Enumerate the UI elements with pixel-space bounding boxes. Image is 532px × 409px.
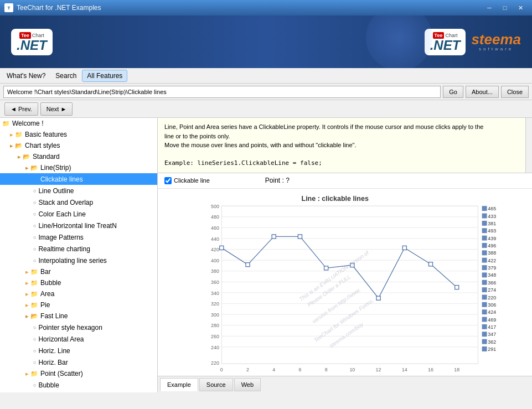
sidebar-label-8: Color Each Line	[38, 209, 85, 219]
info-line3: Move the mouse over lines and points, wi…	[164, 141, 525, 150]
menu-search[interactable]: Search	[51, 70, 81, 81]
legend-color-8	[482, 257, 487, 262]
menu-all-features[interactable]: All Features	[82, 70, 127, 82]
sidebar-label-20: Horiz. Line	[38, 346, 70, 356]
svg-text:12: 12	[376, 366, 381, 372]
legend-val-7: 388	[488, 250, 496, 256]
bottom-tabs: Example Source Web	[158, 376, 532, 392]
info-line1: Line, Point and Area series have a Click…	[164, 122, 525, 132]
sidebar-item-12[interactable]: ○Interpolating line series	[0, 255, 157, 266]
data-point[interactable]	[272, 234, 276, 238]
sidebar-item-19[interactable]: ○Horizontal Area	[0, 333, 157, 345]
svg-text:480: 480	[211, 214, 219, 220]
svg-text:340: 340	[211, 290, 219, 296]
legend-val-2: 433	[488, 213, 496, 219]
about-button[interactable]: About...	[466, 86, 499, 98]
menu-whats-new[interactable]: What's New?	[2, 70, 50, 81]
info-line4	[164, 150, 525, 159]
sidebar-label-9: Line/Horizontal line TreatN	[38, 221, 116, 231]
svg-text:320: 320	[211, 301, 219, 307]
legend-color-16	[482, 317, 487, 322]
sidebar-item-1[interactable]: ▸ 📁Basic features	[0, 129, 157, 140]
legend-color-10	[482, 272, 487, 277]
info-scrollbar[interactable]	[525, 118, 532, 173]
data-point[interactable]	[428, 262, 432, 266]
svg-text:240: 240	[211, 344, 219, 350]
svg-text:14: 14	[402, 366, 407, 372]
sidebar-item-3[interactable]: ▸ 📂Standard	[0, 151, 157, 162]
prev-button[interactable]: ◄ Prev.	[4, 102, 38, 116]
sidebar-item-10[interactable]: ○Image Patterns	[0, 231, 157, 243]
minimize-button[interactable]: ─	[482, 2, 497, 13]
svg-text:6: 6	[298, 366, 301, 372]
legend-color-17	[482, 324, 487, 329]
steema-logo: steema software	[471, 32, 521, 51]
sidebar-item-21[interactable]: ○Horiz. Bar	[0, 356, 157, 368]
sidebar-item-2[interactable]: ▸ 📂Chart styles	[0, 140, 157, 151]
legend-color-2	[482, 213, 487, 218]
legend-val-13: 220	[488, 294, 496, 300]
svg-text:460: 460	[211, 225, 219, 230]
close-addr-button[interactable]: Close	[501, 86, 529, 98]
data-point[interactable]	[298, 234, 302, 238]
sidebar-item-20[interactable]: ○Horiz. Line	[0, 345, 157, 356]
maximize-button[interactable]: □	[498, 2, 512, 13]
tab-web[interactable]: Web	[234, 378, 261, 391]
address-input[interactable]	[3, 86, 441, 98]
close-button[interactable]: ✕	[513, 2, 528, 13]
data-point[interactable]	[455, 285, 459, 289]
legend-val-18: 347	[488, 332, 496, 337]
data-point[interactable]	[324, 266, 328, 270]
sidebar-item-6[interactable]: ○Line Outline	[0, 185, 157, 196]
banner-decoration	[366, 15, 432, 68]
sidebar-label-10: Image Patterns	[38, 232, 83, 242]
tab-source[interactable]: Source	[199, 378, 233, 391]
sidebar-item-0[interactable]: 📁Welcome !	[0, 118, 157, 129]
chart-area: Line : clickable lines	[158, 189, 532, 376]
sidebar-item-7[interactable]: ○Stack and Overlap	[0, 196, 157, 208]
svg-text:4: 4	[272, 366, 275, 372]
sidebar-item-5[interactable]: ⦿Clickable lines	[0, 173, 157, 185]
clickable-line-checkbox[interactable]	[164, 177, 172, 184]
go-button[interactable]: Go	[443, 86, 463, 98]
sidebar-label-14: Bubble	[40, 278, 61, 288]
svg-text:440: 440	[211, 236, 219, 241]
sidebar-item-4[interactable]: ▸ 📂Line(Strip)	[0, 162, 157, 173]
sidebar-item-24[interactable]: ○Arrow	[0, 391, 157, 392]
sidebar-label-3: Standard	[33, 152, 60, 162]
tab-example[interactable]: Example	[160, 378, 198, 391]
chart-title: Line : clickable lines	[302, 195, 369, 203]
sidebar-item-9[interactable]: ○Line/Horizontal line TreatN	[0, 220, 157, 231]
sidebar-item-13[interactable]: ▸ 📁Bar	[0, 266, 157, 277]
legend-val-17: 417	[488, 324, 496, 329]
svg-text:18: 18	[454, 366, 459, 372]
svg-text:220: 220	[211, 360, 219, 366]
legend-val-12: 274	[488, 287, 496, 293]
sidebar-item-18[interactable]: ○Pointer style hexagon	[0, 322, 157, 333]
sidebar-item-22[interactable]: ▸ 📁Point (Scatter)	[0, 368, 157, 379]
svg-text:10: 10	[349, 366, 355, 372]
sidebar-item-15[interactable]: ▸ 📁Area	[0, 288, 157, 299]
info-box: Line, Point and Area series have a Click…	[158, 118, 532, 173]
sidebar-item-8[interactable]: ○Color Each Line	[0, 208, 157, 220]
sidebar-item-17[interactable]: ▸ 📂Fast Line	[0, 310, 157, 322]
sidebar-item-11[interactable]: ○Realtime charting	[0, 243, 157, 255]
sidebar-label-1: Basic features	[25, 130, 67, 139]
next-button[interactable]: Next ►	[40, 102, 73, 116]
legend-color-19	[482, 339, 487, 344]
sidebar-item-23[interactable]: ○Bubble	[0, 379, 157, 391]
sidebar-item-14[interactable]: ▸ 📁Bubble	[0, 277, 157, 288]
data-point[interactable]	[220, 246, 224, 250]
data-point[interactable]	[376, 296, 380, 300]
logo-left: Tee Chart .NET	[11, 29, 53, 55]
data-point[interactable]	[246, 262, 250, 266]
sidebar-item-16[interactable]: ▸ 📁Pie	[0, 299, 157, 310]
legend-val-20: 291	[488, 346, 496, 352]
sidebar-label-0: Welcome !	[12, 118, 43, 128]
legend-color-5	[482, 235, 487, 240]
legend-val-6: 496	[488, 243, 496, 248]
svg-text:420: 420	[211, 247, 219, 252]
legend-val-16: 469	[488, 317, 496, 322]
data-point[interactable]	[402, 246, 406, 250]
clickable-line-label[interactable]: Clickable line	[164, 177, 210, 184]
